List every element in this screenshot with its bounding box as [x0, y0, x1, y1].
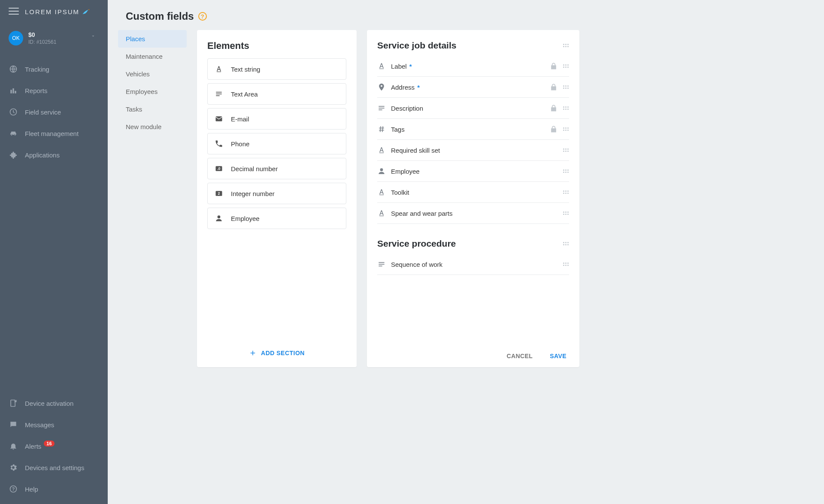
svg-rect-30 [379, 266, 382, 266]
main: Custom fields ? PlacesMaintenanceVehicle… [108, 0, 824, 504]
lock-icon [549, 83, 557, 91]
field-row-address[interactable]: Address * [377, 77, 569, 98]
bar-chart-icon [9, 86, 18, 95]
field-row-tags[interactable]: Tags [377, 119, 569, 140]
elements-title: Elements [207, 40, 346, 51]
sidebar-item-label: Field service [25, 109, 61, 116]
tab-employees[interactable]: Employees [118, 83, 187, 100]
user-menu[interactable]: OK $0 ID: #102561 [9, 27, 99, 55]
user-balance: $0 [28, 31, 56, 38]
textarea-icon [377, 104, 386, 112]
sidebar-item-alerts[interactable]: Alerts16 [0, 435, 108, 457]
drag-handle-icon[interactable] [562, 44, 569, 47]
message-icon [9, 420, 18, 429]
tab-places[interactable]: Places [118, 30, 187, 48]
field-label: Toolkit [391, 189, 557, 196]
text-icon [377, 62, 386, 70]
sidebar-item-applications[interactable]: Applications [0, 144, 108, 166]
gear-icon [9, 463, 18, 472]
textarea-icon [215, 90, 223, 98]
sidebar-item-reports[interactable]: Reports [0, 80, 108, 101]
drag-handle-icon[interactable] [562, 64, 569, 68]
text-icon [377, 209, 386, 217]
svg-rect-26 [379, 195, 384, 195]
drag-handle-icon[interactable] [562, 190, 569, 194]
svg-rect-7 [11, 400, 15, 407]
brand-logo-icon [82, 8, 90, 15]
sidebar-item-devices-and-settings[interactable]: Devices and settings [0, 457, 108, 478]
avatar-initials: OK [12, 35, 19, 41]
details-card: Service job detailsLabel *Address *Descr… [367, 30, 579, 367]
text-icon [215, 65, 223, 73]
sidebar-item-label: Applications [25, 151, 60, 159]
drag-handle-icon[interactable] [562, 148, 569, 152]
drag-handle-icon[interactable] [562, 211, 569, 215]
drag-handle-icon[interactable] [562, 263, 569, 266]
element-e-mail[interactable]: E-mail [207, 108, 346, 130]
svg-rect-1 [10, 90, 12, 93]
mail-icon [215, 115, 223, 123]
elements-card: Elements Text stringText AreaE-mailPhone… [197, 30, 357, 367]
sidebar-item-device-activation[interactable]: Device activation [0, 392, 108, 414]
drag-handle-icon[interactable] [562, 85, 569, 89]
field-row-label[interactable]: Label * [377, 56, 569, 77]
lock-icon [549, 104, 557, 112]
required-indicator: * [415, 84, 420, 91]
element-text-area[interactable]: Text Area [207, 83, 346, 105]
field-row-employee[interactable]: Employee [377, 161, 569, 182]
decimal-icon: .0 [215, 164, 223, 173]
field-label: Required skill set [391, 147, 557, 154]
help-icon[interactable]: ? [198, 12, 207, 21]
tab-maintenance[interactable]: Maintenance [118, 48, 187, 65]
field-row-required-skill-set[interactable]: Required skill set [377, 140, 569, 161]
add-section-button[interactable]: ADD SECTION [207, 344, 346, 359]
drag-handle-icon[interactable] [562, 242, 569, 245]
sidebar-item-help[interactable]: ?Help [0, 478, 108, 500]
save-button[interactable]: SAVE [550, 353, 566, 359]
svg-text:2: 2 [218, 191, 220, 196]
sidebar-item-label: Device activation [25, 400, 73, 407]
svg-point-5 [12, 134, 12, 135]
sidebar-item-tracking[interactable]: Tracking [0, 58, 108, 80]
field-row-sequence-of-work[interactable]: Sequence of work [377, 254, 569, 275]
sidebar-item-label: Reports [25, 87, 48, 94]
person-icon [215, 214, 223, 223]
section-title: Service procedure [377, 238, 456, 249]
element-phone[interactable]: Phone [207, 133, 346, 154]
field-row-toolkit[interactable]: Toolkit [377, 182, 569, 203]
sidebar-item-label: Help [25, 486, 38, 493]
element-integer-number[interactable]: 2Integer number [207, 183, 346, 204]
menu-toggle-button[interactable] [9, 8, 19, 15]
sidebar-item-fleet-management[interactable]: Fleet management [0, 123, 108, 144]
globe-icon [9, 64, 18, 74]
sidebar: LOREM IPSUM OK $0 ID: #102561 TrackingRe… [0, 0, 108, 504]
cancel-button[interactable]: CANCEL [507, 353, 533, 359]
drag-handle-icon[interactable] [562, 169, 569, 173]
element-employee[interactable]: Employee [207, 208, 346, 229]
drag-handle-icon[interactable] [562, 106, 569, 110]
bell-icon [9, 441, 18, 451]
sidebar-item-label: Alerts [25, 443, 41, 450]
sidebar-item-messages[interactable]: Messages [0, 414, 108, 435]
brand-label: LOREM IPSUM [25, 8, 79, 15]
svg-point-25 [380, 168, 383, 171]
help-icon: ? [9, 484, 18, 494]
tab-vehicles[interactable]: Vehicles [118, 65, 187, 83]
badge: 16 [44, 441, 54, 447]
drag-handle-icon[interactable] [562, 127, 569, 131]
tab-tasks[interactable]: Tasks [118, 100, 187, 118]
field-row-spear-and-wear-parts[interactable]: Spear and wear parts [377, 203, 569, 224]
tabs-panel: PlacesMaintenanceVehiclesEmployeesTasksN… [118, 30, 187, 136]
element-label: Phone [231, 140, 249, 148]
field-row-description[interactable]: Description [377, 98, 569, 119]
element-decimal-number[interactable]: .0Decimal number [207, 158, 346, 179]
nav-secondary: Device activationMessagesAlerts16Devices… [0, 392, 108, 504]
field-label: Tags [391, 126, 544, 133]
element-text-string[interactable]: Text string [207, 58, 346, 80]
section-title: Service job details [377, 40, 456, 51]
tab-new-module[interactable]: New module [118, 118, 187, 136]
svg-point-19 [218, 215, 221, 218]
phone-icon [215, 139, 223, 148]
sidebar-item-field-service[interactable]: Field service [0, 101, 108, 123]
sidebar-item-label: Tracking [25, 66, 49, 73]
